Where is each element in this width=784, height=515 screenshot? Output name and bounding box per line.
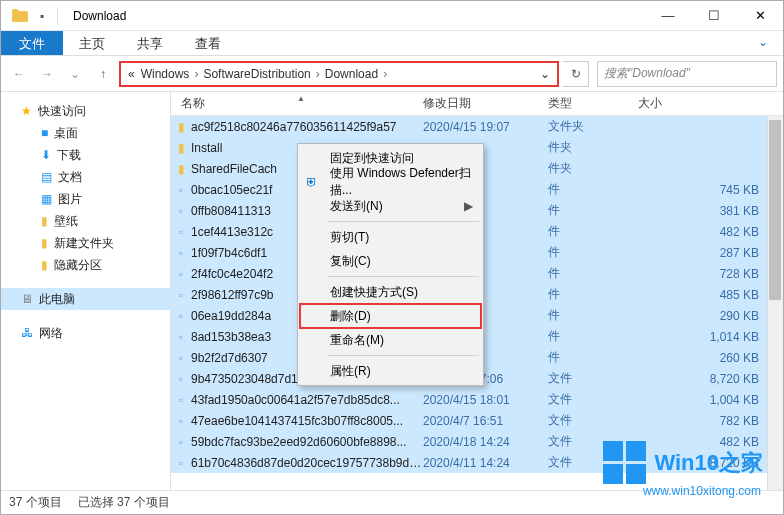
file-type: 件夹 <box>548 139 628 156</box>
file-size: 728 KB <box>628 267 783 281</box>
file-type: 件 <box>548 286 628 303</box>
menuitem-label: 固定到快速访问 <box>330 150 414 167</box>
file-type: 件 <box>548 265 628 282</box>
file-type: 件夹 <box>548 160 628 177</box>
sidebar-this-pc[interactable]: 🖥此电脑 <box>1 288 170 310</box>
context-menu-item[interactable]: 重命名(M) <box>300 328 481 352</box>
status-count: 37 个项目 <box>9 494 62 511</box>
file-size: 260 KB <box>628 351 783 365</box>
folder-icon: ▮ <box>41 258 48 272</box>
file-icon: ▫ <box>171 267 191 281</box>
doc-icon: ▤ <box>41 170 52 184</box>
column-date[interactable]: 修改日期 <box>423 95 548 112</box>
minimize-button[interactable]: — <box>645 1 691 31</box>
file-name: 59bdc7fac93be2eed92d60600bfe8898... <box>191 435 423 449</box>
context-menu-item[interactable]: 创建快捷方式(S) <box>300 280 481 304</box>
sidebar-item-documents[interactable]: ▤文档 <box>1 166 170 188</box>
forward-button[interactable]: → <box>35 62 59 86</box>
file-size: 745 KB <box>628 183 783 197</box>
tab-share[interactable]: 共享 <box>121 31 179 55</box>
folder-icon: ▮ <box>171 162 191 176</box>
sidebar-item-pictures[interactable]: ▦图片 <box>1 188 170 210</box>
file-type: 件 <box>548 181 628 198</box>
file-size: 1,014 KB <box>628 330 783 344</box>
context-menu-item[interactable]: 删除(D) <box>300 304 481 328</box>
breadcrumb-item[interactable]: SoftwareDistribution <box>200 67 313 81</box>
file-type: 件 <box>548 349 628 366</box>
title-bar: ▪ Download — ☐ ✕ <box>1 1 783 31</box>
file-icon: ▫ <box>171 309 191 323</box>
context-menu-item[interactable]: 剪切(T) <box>300 225 481 249</box>
menuitem-label: 属性(R) <box>330 363 371 380</box>
context-menu-item[interactable]: 属性(R) <box>300 359 481 383</box>
sidebar-item-newfolder[interactable]: ▮新建文件夹 <box>1 232 170 254</box>
file-icon: ▫ <box>171 246 191 260</box>
sidebar-item-downloads[interactable]: ⬇下载 <box>1 144 170 166</box>
table-row[interactable]: ▮ ac9f2518c80246a776035611425f9a57 2020/… <box>171 116 783 137</box>
windows-icon <box>603 441 646 484</box>
column-size[interactable]: 大小 <box>628 95 783 112</box>
context-menu: 固定到快速访问⛨使用 Windows Defender扫描...发送到(N)▶剪… <box>297 143 484 386</box>
scroll-thumb[interactable] <box>769 120 781 300</box>
file-date: 2020/4/18 14:24 <box>423 435 548 449</box>
ribbon-help[interactable]: ⌄ <box>743 31 783 55</box>
file-date: 2020/4/7 16:51 <box>423 414 548 428</box>
file-icon: ▫ <box>171 456 191 470</box>
file-size: 482 KB <box>628 225 783 239</box>
close-button[interactable]: ✕ <box>737 1 783 31</box>
ribbon-tabs: 文件 主页 共享 查看 ⌄ <box>1 31 783 56</box>
chevron-icon: › <box>314 67 322 81</box>
context-menu-item[interactable]: 复制(C) <box>300 249 481 273</box>
network-icon: 🖧 <box>21 326 33 340</box>
file-size: 8,720 KB <box>628 372 783 386</box>
chevron-icon: › <box>192 67 200 81</box>
context-menu-item[interactable]: 发送到(N)▶ <box>300 194 481 218</box>
status-selected: 已选择 37 个项目 <box>78 494 170 511</box>
quick-access-dropdown[interactable]: ▪ <box>31 9 53 23</box>
search-input[interactable]: 搜索"Download" <box>597 61 777 87</box>
file-name: 47eae6be1041437415fc3b07ff8c8005... <box>191 414 423 428</box>
breadcrumb-item[interactable]: Windows <box>138 67 193 81</box>
file-type: 件 <box>548 307 628 324</box>
recent-dropdown[interactable]: ⌄ <box>63 62 87 86</box>
chevron-right-icon: ▶ <box>464 199 473 213</box>
context-menu-item[interactable]: ⛨使用 Windows Defender扫描... <box>300 170 481 194</box>
column-name[interactable]: 名称▲ <box>171 95 423 112</box>
tab-view[interactable]: 查看 <box>179 31 237 55</box>
pic-icon: ▦ <box>41 192 52 206</box>
file-size: 287 KB <box>628 246 783 260</box>
sidebar-item-wallpaper[interactable]: ▮壁纸 <box>1 210 170 232</box>
back-button[interactable]: ← <box>7 62 31 86</box>
refresh-button[interactable]: ↻ <box>563 61 589 87</box>
menuitem-label: 创建快捷方式(S) <box>330 284 418 301</box>
sidebar-item-hidden[interactable]: ▮隐藏分区 <box>1 254 170 276</box>
sidebar-network[interactable]: 🖧网络 <box>1 322 170 344</box>
file-tab[interactable]: 文件 <box>1 31 63 55</box>
file-size: 782 KB <box>628 414 783 428</box>
file-icon: ▫ <box>171 414 191 428</box>
scrollbar[interactable] <box>767 116 783 490</box>
up-button[interactable]: ↑ <box>91 62 115 86</box>
column-type[interactable]: 类型 <box>548 95 628 112</box>
sidebar-item-desktop[interactable]: ■桌面 <box>1 122 170 144</box>
folder-icon: ▮ <box>171 141 191 155</box>
file-type: 文件 <box>548 370 628 387</box>
menuitem-label: 重命名(M) <box>330 332 384 349</box>
watermark-logo: Win10之家 www.win10xitong.com <box>603 441 763 484</box>
table-row[interactable]: ▫ 47eae6be1041437415fc3b07ff8c8005... 20… <box>171 410 783 431</box>
breadcrumb-item[interactable]: Download <box>322 67 381 81</box>
file-size: 290 KB <box>628 309 783 323</box>
breadcrumb[interactable]: « Windows › SoftwareDistribution › Downl… <box>119 61 559 87</box>
file-size: 1,004 KB <box>628 393 783 407</box>
folder-icon <box>9 8 31 24</box>
file-icon: ▫ <box>171 330 191 344</box>
file-size: 485 KB <box>628 288 783 302</box>
menuitem-label: 删除(D) <box>330 308 371 325</box>
sidebar-quick-access[interactable]: ★快速访问 <box>1 100 170 122</box>
maximize-button[interactable]: ☐ <box>691 1 737 31</box>
breadcrumb-dropdown[interactable]: ⌄ <box>537 67 553 81</box>
tab-home[interactable]: 主页 <box>63 31 121 55</box>
file-type: 件 <box>548 202 628 219</box>
file-icon: ▫ <box>171 435 191 449</box>
table-row[interactable]: ▫ 43fad1950a0c00641a2f57e7db85dc8... 202… <box>171 389 783 410</box>
